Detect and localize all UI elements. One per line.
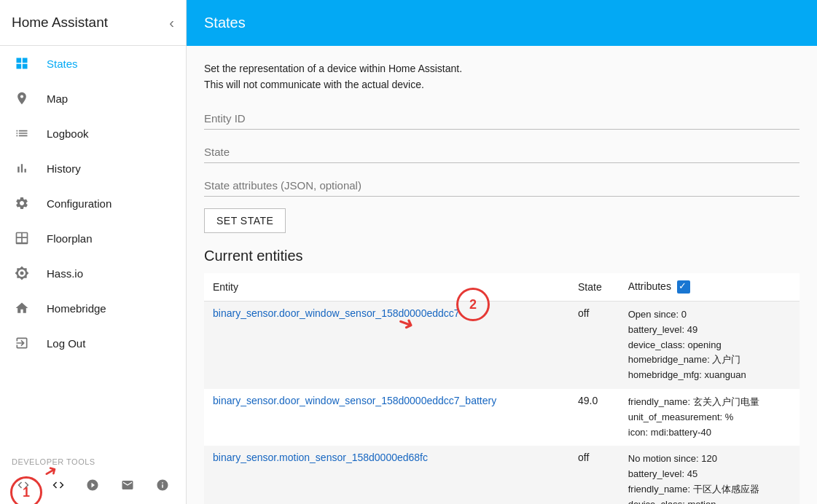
sidebar-item-map[interactable]: Map (0, 81, 186, 116)
attributes-checkbox[interactable] (677, 280, 690, 294)
dev-tool-info[interactable] (151, 473, 174, 497)
entity-column-header: Entity (204, 273, 569, 302)
state-value: off (569, 446, 619, 504)
state-value: off (569, 302, 619, 389)
developer-tools-section: Developer Tools ➜ (0, 452, 186, 504)
sidebar: Home Assistant ‹ States Map Logbook (0, 0, 187, 504)
main-header: States (187, 0, 817, 46)
state-field[interactable] (204, 141, 800, 163)
sidebar-item-history[interactable]: History (0, 151, 186, 186)
grid-icon (12, 56, 32, 71)
sidebar-item-hassio-label: Hass.io (47, 267, 83, 280)
sidebar-item-logbook[interactable]: Logbook (0, 116, 186, 151)
sidebar-toggle-icon[interactable]: ‹ (169, 15, 174, 31)
current-entities-title: Current entities (204, 248, 800, 264)
sidebar-item-logout[interactable]: Log Out (0, 326, 186, 361)
sidebar-item-history-label: History (47, 162, 81, 175)
sidebar-item-hassio[interactable]: Hass.io (0, 256, 186, 291)
description: Set the representation of a device withi… (204, 60, 800, 93)
sidebar-item-states-label: States (47, 58, 78, 70)
hassio-icon (12, 266, 32, 280)
state-column-header: State (569, 273, 619, 302)
set-state-button[interactable]: SET STATE (204, 208, 286, 233)
dev-tool-mqtt[interactable] (82, 473, 105, 497)
sidebar-item-floorplan[interactable]: Floorplan (0, 221, 186, 256)
app-title: Home Assistant (12, 15, 108, 31)
sidebar-item-logbook-label: Logbook (47, 127, 89, 140)
entity-link[interactable]: binary_sensor.door_window_sensor_158d000… (213, 307, 460, 319)
entity-id-field[interactable] (204, 108, 800, 130)
dev-tool-event[interactable] (116, 473, 139, 497)
logbook-icon (12, 126, 32, 141)
attributes-value: No motion since: 120 battery_level: 45 f… (628, 453, 759, 504)
entity-link[interactable]: binary_sensor.motion_sensor_158d0000ed68… (213, 452, 428, 463)
main-content: States Set the representation of a devic… (187, 0, 817, 504)
main-body: Set the representation of a device withi… (187, 46, 817, 504)
logout-icon (12, 336, 32, 350)
developer-tools-label: Developer Tools (0, 452, 186, 469)
entity-id-input[interactable] (204, 108, 800, 130)
dev-tool-code[interactable] (47, 473, 70, 497)
map-icon (12, 91, 32, 106)
dev-tool-template[interactable] (12, 473, 35, 497)
state-value: 49.0 (569, 389, 619, 446)
sidebar-item-configuration[interactable]: Configuration (0, 186, 186, 221)
attributes-input[interactable] (204, 175, 800, 197)
sidebar-item-map-label: Map (47, 92, 68, 105)
homebridge-icon (12, 301, 32, 315)
floorplan-icon (12, 231, 32, 245)
page-title: States (204, 15, 246, 31)
entity-link[interactable]: binary_sensor.door_window_sensor_158d000… (213, 395, 496, 406)
attributes-value: friendly_name: 玄关入户门电量 unit_of_measureme… (628, 396, 759, 438)
sidebar-header: Home Assistant ‹ (0, 0, 186, 46)
sidebar-item-configuration-label: Configuration (47, 197, 112, 210)
sidebar-item-homebridge-label: Homebridge (47, 302, 106, 315)
dev-tools-row: ➜ (0, 469, 186, 504)
sidebar-item-homebridge[interactable]: Homebridge (0, 291, 186, 326)
svg-point-0 (20, 272, 24, 275)
attributes-field[interactable] (204, 175, 800, 197)
entities-table: Entity State Attributes binary_sensor.do… (204, 273, 800, 504)
table-row: binary_sensor.door_window_sensor_158d000… (204, 302, 800, 389)
state-input[interactable] (204, 141, 800, 163)
table-row: binary_sensor.door_window_sensor_158d000… (204, 389, 800, 446)
sidebar-item-states[interactable]: States (0, 46, 186, 81)
sidebar-item-logout-label: Log Out (47, 337, 85, 350)
attributes-value: Open since: 0 battery_level: 49 device_c… (628, 309, 746, 380)
gear-icon (12, 196, 32, 210)
history-icon (12, 161, 32, 176)
sidebar-item-floorplan-label: Floorplan (47, 232, 93, 245)
table-row: binary_sensor.motion_sensor_158d0000ed68… (204, 446, 800, 504)
sidebar-nav: States Map Logbook History (0, 46, 186, 452)
attributes-column-header: Attributes (619, 273, 800, 302)
